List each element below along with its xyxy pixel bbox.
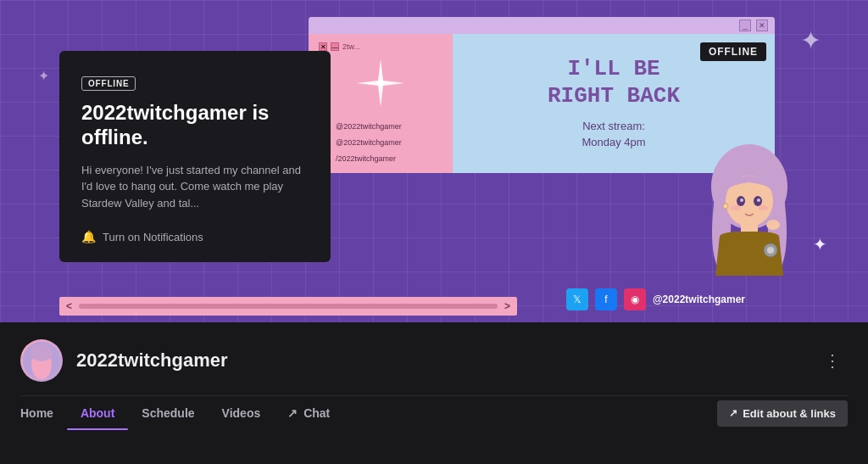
scroll-bar: < > [59,297,517,316]
pink-window-close: ✕ [319,42,327,51]
banner-social-bar: 𝕏 f ◉ @2022twitchgamer [566,288,745,310]
scroll-track [79,304,498,309]
edit-about-links-label: Edit about & links [743,407,836,420]
notify-label: Turn on Notifications [103,231,203,243]
edit-arrow-icon: ↗ [729,407,737,419]
offline-card: OFFLINE 2022twitchgamer is offline. Hi e… [59,51,331,262]
social-instagram: ◉ @2022twitchgamer [319,137,442,148]
offline-badge: OFFLINE [81,76,136,91]
nav-home[interactable]: Home [20,398,67,428]
star-deco-2: ✦ [813,234,827,254]
svg-point-1 [377,80,384,87]
svg-point-14 [766,220,780,230]
offline-top-right-badge: OFFLINE [700,42,766,61]
titlebar-close[interactable]: ✕ [756,20,768,31]
svg-point-13 [767,247,774,254]
svg-point-9 [731,205,741,210]
svg-point-11 [723,204,728,209]
kebab-menu-button[interactable]: ⋮ [817,347,848,374]
channel-nav: Home About Schedule Videos ↗ Chat ↗ Edit… [20,395,848,428]
nav-schedule[interactable]: Schedule [128,398,208,428]
avatar-inner [23,342,60,379]
edit-about-links-button[interactable]: ↗ Edit about & links [717,400,848,427]
channel-avatar [20,339,63,382]
scroll-left-arrow[interactable]: < [66,300,72,312]
svg-point-18 [31,344,53,361]
pink-window-label: 2tw... [342,42,360,51]
social-links: 𝕏 @2022twitchgamer ◉ @2022twitchgamer ▶ … [319,120,442,165]
scroll-right-arrow[interactable]: > [504,300,510,312]
svg-point-10 [758,205,768,210]
browser-titlebar: _ ✕ [309,17,775,34]
titlebar-minimize[interactable]: _ [739,20,751,31]
chat-arrow-icon: ↗ [287,406,298,420]
bell-icon: 🔔 [81,230,96,243]
banner-handle: @2022twitchgamer [653,293,745,305]
svg-point-8 [757,198,760,202]
offline-description: Hi everyone! I've just started my channe… [81,162,309,212]
pink-titlebar: ✕ — 2tw... [319,42,442,51]
brb-text: I'LL BE RIGHT BACK [548,56,680,109]
nav-chat[interactable]: ↗ Chat [274,398,343,428]
banner-twitter-icon[interactable]: 𝕏 [566,288,588,310]
star-deco-3: ✦ [38,68,49,84]
banner-instagram-icon[interactable]: ◉ [624,288,646,310]
star-deco-1: ✦ [800,25,821,55]
nav-videos[interactable]: Videos [209,398,275,428]
notify-button[interactable]: 🔔 Turn on Notifications [81,230,203,243]
nav-about[interactable]: About [67,398,128,428]
pink-window-min: — [331,42,339,51]
sparkle-decoration [319,58,442,112]
social-youtube: ▶ /2022twitchgamer [319,153,442,165]
banner: ✦ ✦ ✦ OFFLINE 2022twitchgamer is offline… [0,0,868,322]
channel-info-row: 2022twitchgamer ⋮ [20,322,848,395]
offline-title: 2022twitchgamer is offline. [81,101,309,150]
stream-avatar-decoration [698,140,800,276]
next-stream: Next stream: Monday 4pm [581,118,645,151]
nav-chat-label: Chat [303,406,330,420]
social-twitter: 𝕏 @2022twitchgamer [319,120,442,132]
svg-point-7 [740,198,743,202]
channel-name: 2022twitchgamer [76,349,804,372]
channel-bar: 2022twitchgamer ⋮ Home About Schedule Vi… [0,322,868,464]
banner-facebook-icon[interactable]: f [595,288,617,310]
